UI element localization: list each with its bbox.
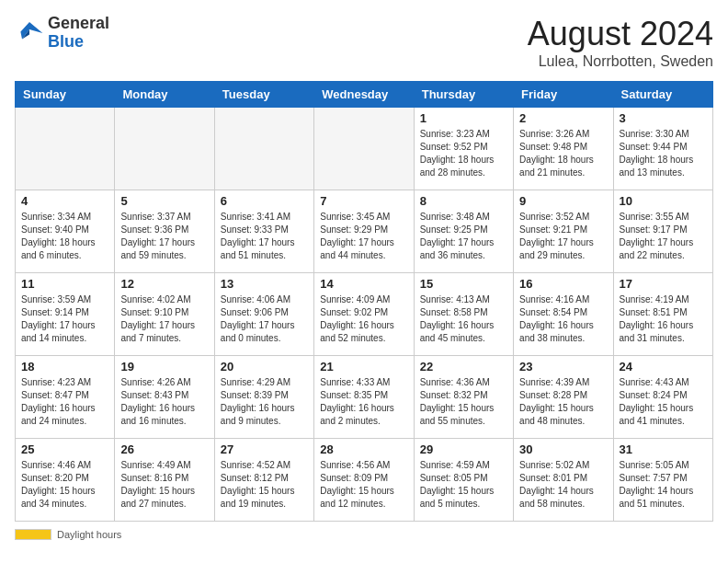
day-info: Sunrise: 3:26 AM Sunset: 9:48 PM Dayligh…	[519, 128, 607, 179]
calendar-cell: 20Sunrise: 4:29 AM Sunset: 8:39 PM Dayli…	[214, 356, 313, 439]
day-info: Sunrise: 4:33 AM Sunset: 8:35 PM Dayligh…	[320, 376, 407, 428]
calendar-cell: 31Sunrise: 5:05 AM Sunset: 7:57 PM Dayli…	[613, 439, 712, 522]
calendar-cell: 29Sunrise: 4:59 AM Sunset: 8:05 PM Dayli…	[414, 439, 513, 522]
day-number: 22	[420, 360, 507, 373]
day-info: Sunrise: 4:16 AM Sunset: 8:54 PM Dayligh…	[519, 293, 607, 345]
day-info: Sunrise: 3:37 AM Sunset: 9:36 PM Dayligh…	[120, 211, 208, 262]
calendar-cell: 13Sunrise: 4:06 AM Sunset: 9:06 PM Dayli…	[214, 273, 313, 356]
calendar-cell: 17Sunrise: 4:19 AM Sunset: 8:51 PM Dayli…	[613, 273, 712, 356]
day-number: 2	[519, 111, 607, 125]
day-info: Sunrise: 3:52 AM Sunset: 9:21 PM Dayligh…	[519, 211, 607, 262]
svg-marker-0	[20, 22, 42, 39]
calendar-cell: 7Sunrise: 3:45 AM Sunset: 9:29 PM Daylig…	[314, 190, 414, 273]
week-row-3: 11Sunrise: 3:59 AM Sunset: 9:14 PM Dayli…	[16, 273, 713, 356]
title-area: August 2024 Lulea, Norrbotten, Sweden	[528, 15, 713, 70]
day-number: 30	[519, 442, 607, 456]
day-number: 3	[620, 111, 707, 125]
header-day-thursday: Thursday	[414, 82, 513, 108]
week-row-1: 1Sunrise: 3:23 AM Sunset: 9:52 PM Daylig…	[16, 108, 713, 190]
day-number: 8	[420, 194, 507, 208]
calendar-cell: 3Sunrise: 3:30 AM Sunset: 9:44 PM Daylig…	[613, 108, 712, 190]
day-number: 23	[519, 360, 607, 373]
day-info: Sunrise: 3:48 AM Sunset: 9:25 PM Dayligh…	[420, 211, 507, 262]
week-row-5: 25Sunrise: 4:46 AM Sunset: 8:20 PM Dayli…	[16, 439, 713, 522]
day-info: Sunrise: 4:52 AM Sunset: 8:12 PM Dayligh…	[221, 459, 308, 511]
day-number: 21	[320, 360, 407, 373]
day-info: Sunrise: 4:39 AM Sunset: 8:28 PM Dayligh…	[519, 376, 607, 428]
day-number: 17	[620, 277, 707, 291]
calendar-cell: 30Sunrise: 5:02 AM Sunset: 8:01 PM Dayli…	[514, 439, 613, 522]
calendar-cell: 22Sunrise: 4:36 AM Sunset: 8:32 PM Dayli…	[414, 356, 513, 439]
calendar-cell: 23Sunrise: 4:39 AM Sunset: 8:28 PM Dayli…	[514, 356, 613, 439]
calendar-cell: 21Sunrise: 4:33 AM Sunset: 8:35 PM Dayli…	[314, 356, 414, 439]
day-info: Sunrise: 4:09 AM Sunset: 9:02 PM Dayligh…	[320, 293, 407, 345]
footer: Daylight hours	[15, 529, 713, 540]
day-info: Sunrise: 3:59 AM Sunset: 9:14 PM Dayligh…	[21, 293, 108, 345]
day-number: 13	[221, 277, 308, 291]
calendar-cell	[16, 108, 115, 190]
calendar-cell: 28Sunrise: 4:56 AM Sunset: 8:09 PM Dayli…	[314, 439, 414, 522]
header-day-friday: Friday	[514, 82, 613, 108]
day-number: 1	[420, 111, 507, 125]
day-number: 18	[21, 360, 108, 373]
daylight-bar-icon	[15, 529, 51, 540]
day-info: Sunrise: 4:59 AM Sunset: 8:05 PM Dayligh…	[420, 459, 507, 511]
header-day-saturday: Saturday	[613, 82, 712, 108]
calendar-cell	[214, 108, 313, 190]
header-day-wednesday: Wednesday	[314, 82, 414, 108]
day-info: Sunrise: 4:19 AM Sunset: 8:51 PM Dayligh…	[620, 293, 707, 345]
logo: General Blue	[15, 15, 109, 52]
day-number: 25	[21, 442, 108, 456]
week-row-4: 18Sunrise: 4:23 AM Sunset: 8:47 PM Dayli…	[16, 356, 713, 439]
day-info: Sunrise: 4:29 AM Sunset: 8:39 PM Dayligh…	[221, 376, 308, 428]
day-info: Sunrise: 3:34 AM Sunset: 9:40 PM Dayligh…	[21, 211, 108, 262]
day-info: Sunrise: 5:02 AM Sunset: 8:01 PM Dayligh…	[519, 459, 607, 511]
day-number: 16	[519, 277, 607, 291]
day-info: Sunrise: 4:06 AM Sunset: 9:06 PM Dayligh…	[221, 293, 308, 345]
calendar-cell: 19Sunrise: 4:26 AM Sunset: 8:43 PM Dayli…	[115, 356, 214, 439]
day-info: Sunrise: 4:02 AM Sunset: 9:10 PM Dayligh…	[120, 293, 208, 345]
calendar-cell: 24Sunrise: 4:43 AM Sunset: 8:24 PM Dayli…	[613, 356, 712, 439]
day-number: 19	[120, 360, 208, 373]
calendar-cell	[115, 108, 214, 190]
day-number: 14	[320, 277, 407, 291]
month-year-title: August 2024	[528, 15, 713, 53]
calendar-cell: 27Sunrise: 4:52 AM Sunset: 8:12 PM Dayli…	[214, 439, 313, 522]
day-info: Sunrise: 4:36 AM Sunset: 8:32 PM Dayligh…	[420, 376, 507, 428]
calendar-cell: 5Sunrise: 3:37 AM Sunset: 9:36 PM Daylig…	[115, 190, 214, 273]
daylight-label: Daylight hours	[57, 529, 121, 540]
calendar-cell	[314, 108, 414, 190]
calendar-cell: 2Sunrise: 3:26 AM Sunset: 9:48 PM Daylig…	[514, 108, 613, 190]
calendar-cell: 9Sunrise: 3:52 AM Sunset: 9:21 PM Daylig…	[514, 190, 613, 273]
day-number: 5	[120, 194, 208, 208]
calendar-cell: 8Sunrise: 3:48 AM Sunset: 9:25 PM Daylig…	[414, 190, 513, 273]
calendar-cell: 10Sunrise: 3:55 AM Sunset: 9:17 PM Dayli…	[613, 190, 712, 273]
day-number: 24	[620, 360, 707, 373]
day-number: 6	[221, 194, 308, 208]
day-number: 12	[120, 277, 208, 291]
calendar-cell: 16Sunrise: 4:16 AM Sunset: 8:54 PM Dayli…	[514, 273, 613, 356]
calendar-cell: 12Sunrise: 4:02 AM Sunset: 9:10 PM Dayli…	[115, 273, 214, 356]
day-info: Sunrise: 3:55 AM Sunset: 9:17 PM Dayligh…	[620, 211, 707, 262]
calendar-cell: 1Sunrise: 3:23 AM Sunset: 9:52 PM Daylig…	[414, 108, 513, 190]
calendar-table: SundayMondayTuesdayWednesdayThursdayFrid…	[15, 81, 713, 522]
header-row: SundayMondayTuesdayWednesdayThursdayFrid…	[16, 82, 713, 108]
day-info: Sunrise: 3:45 AM Sunset: 9:29 PM Dayligh…	[320, 211, 407, 262]
day-info: Sunrise: 3:30 AM Sunset: 9:44 PM Dayligh…	[620, 128, 707, 179]
day-number: 26	[120, 442, 208, 456]
header: General Blue August 2024 Lulea, Norrbott…	[15, 15, 713, 70]
day-number: 28	[320, 442, 407, 456]
day-number: 31	[620, 442, 707, 456]
header-day-sunday: Sunday	[16, 82, 115, 108]
day-info: Sunrise: 3:23 AM Sunset: 9:52 PM Dayligh…	[420, 128, 507, 179]
day-info: Sunrise: 4:43 AM Sunset: 8:24 PM Dayligh…	[620, 376, 707, 428]
calendar-cell: 18Sunrise: 4:23 AM Sunset: 8:47 PM Dayli…	[16, 356, 115, 439]
day-info: Sunrise: 5:05 AM Sunset: 7:57 PM Dayligh…	[620, 459, 707, 511]
day-number: 15	[420, 277, 507, 291]
day-info: Sunrise: 4:46 AM Sunset: 8:20 PM Dayligh…	[21, 459, 108, 511]
calendar-cell: 11Sunrise: 3:59 AM Sunset: 9:14 PM Dayli…	[16, 273, 115, 356]
calendar-cell: 25Sunrise: 4:46 AM Sunset: 8:20 PM Dayli…	[16, 439, 115, 522]
day-info: Sunrise: 4:23 AM Sunset: 8:47 PM Dayligh…	[21, 376, 108, 428]
day-info: Sunrise: 4:49 AM Sunset: 8:16 PM Dayligh…	[120, 459, 208, 511]
calendar-cell: 15Sunrise: 4:13 AM Sunset: 8:58 PM Dayli…	[414, 273, 513, 356]
